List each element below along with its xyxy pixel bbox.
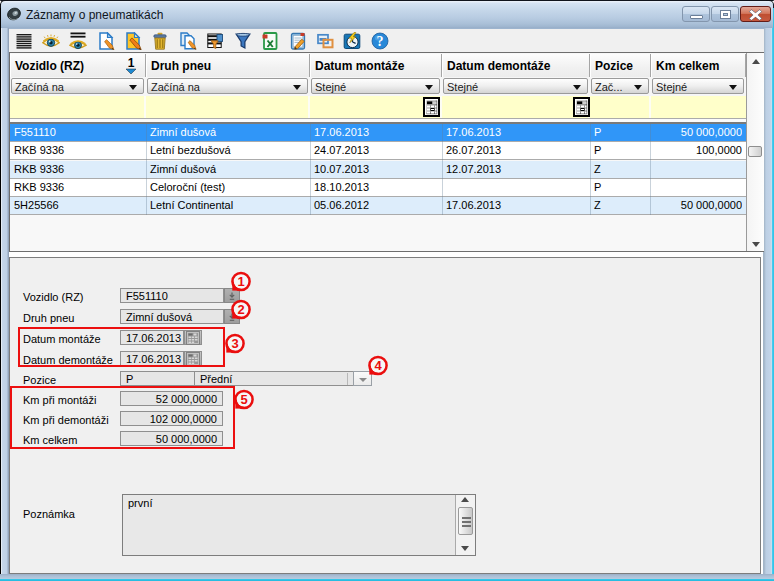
svg-text:3: 3	[231, 336, 238, 351]
svg-text:1: 1	[128, 56, 135, 70]
svg-text:2: 2	[237, 302, 244, 317]
svg-text:5: 5	[240, 392, 247, 407]
svg-text:?: ?	[377, 34, 384, 49]
svg-text:4: 4	[374, 358, 382, 373]
svg-text:1: 1	[237, 274, 244, 289]
